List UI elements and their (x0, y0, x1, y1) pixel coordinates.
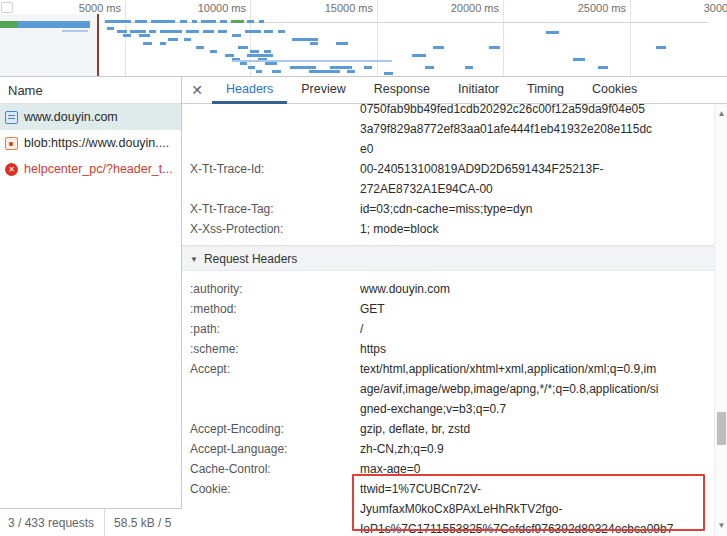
waterfall-mini-bar (210, 50, 217, 53)
waterfall-mini-bar (247, 20, 254, 23)
request-row[interactable]: ✕helpcenter_pc/?header_t... (0, 156, 181, 182)
waterfall-mini-bar (272, 70, 281, 73)
scroll-down-icon[interactable]: ▼ (715, 519, 727, 533)
tab-cookies[interactable]: Cookies (578, 77, 651, 104)
waterfall-mini-bar (160, 42, 166, 45)
name-column-header[interactable]: Name (0, 77, 181, 104)
waterfall-mini-bar (245, 30, 261, 33)
waterfall-mini-bar (465, 66, 473, 69)
request-headers-section-toggle[interactable]: ▼Request Headers (182, 245, 714, 271)
header-name: Accept-Language: (182, 439, 360, 459)
waterfall-mini-bar (347, 70, 355, 73)
waterfall-mini-bar (232, 60, 392, 62)
header-value-line: id=03;cdn-cache=miss;type=dyn (360, 199, 714, 219)
scrollbar-thumb[interactable] (717, 412, 726, 445)
waterfall-mini-bar (364, 66, 372, 69)
waterfall-mini-bar (489, 46, 500, 49)
waterfall-mini-bar (135, 20, 147, 23)
waterfall-mini-bar (231, 20, 244, 23)
request-name-label: helpcenter_pc/?header_t... (24, 162, 173, 176)
header-name: X-Xss-Protection: (182, 219, 360, 239)
close-icon[interactable]: ✕ (182, 82, 212, 98)
header-value-line: gned-exchange;v=b3;q=0.7 (360, 399, 714, 419)
waterfall-mini-bar (278, 30, 285, 33)
timeline-gridline (377, 0, 378, 76)
header-value-line: 1; mode=block (360, 219, 714, 239)
tab-timing[interactable]: Timing (513, 77, 578, 104)
collapse-caret-icon: ▼ (190, 255, 198, 264)
header-row: 0750fab9bb49fed1cdb20292c26c00f12a59da9f… (182, 104, 714, 159)
waterfall-mini-bar (310, 42, 318, 45)
tab-preview[interactable]: Preview (287, 77, 359, 104)
waterfall-mini-bar (186, 30, 199, 33)
header-value: text/html,application/xhtml+xml,applicat… (360, 359, 714, 419)
waterfall-mini-bar (259, 20, 264, 23)
header-row: :path:/ (182, 319, 714, 339)
header-name: :method: (182, 299, 360, 319)
request-list-sidebar: Name www.douyin.comblob:https://www.douy… (0, 77, 182, 536)
overview-selected-bar-blue (18, 21, 90, 28)
waterfall-mini-bar (232, 34, 241, 37)
request-row[interactable]: blob:https://www.douyin.... (0, 130, 181, 156)
request-name-label: blob:https://www.douyin.... (24, 136, 169, 150)
tab-response[interactable]: Response (360, 77, 444, 104)
waterfall-mini-bar (433, 46, 444, 49)
document-icon (5, 111, 18, 124)
waterfall-mini-bar (309, 70, 340, 73)
header-row: :authority:www.douyin.com (182, 279, 714, 299)
waterfall-mini-bar (425, 66, 434, 69)
vertical-scrollbar[interactable]: ▲ ▼ (714, 104, 727, 536)
header-value-line: 0750fab9bb49fed1cdb20292c26c00f12a59da9f… (360, 104, 714, 119)
request-rows: www.douyin.comblob:https://www.douyin...… (0, 104, 181, 182)
transferred-size: 58.5 kB / 5 (105, 516, 171, 530)
waterfall-mini-bar (160, 30, 182, 33)
section-title: Request Headers (204, 252, 297, 266)
requests-count: 3 / 433 requests (0, 516, 104, 530)
header-value-line: 272AE8732A1E94CA-00 (360, 179, 714, 199)
header-name: Accept-Encoding: (182, 419, 360, 439)
waterfall-mini-bar (201, 20, 216, 23)
timeline-gridline (630, 0, 631, 76)
timeline-gridline (125, 0, 126, 76)
waterfall-mini-bar (117, 30, 127, 33)
waterfall-mini-bar (130, 30, 146, 33)
devtools-network-panel: 5000 ms10000 ms15000 ms20000 ms25000 ms3… (0, 0, 727, 536)
header-name: X-Tt-Trace-Id: (182, 159, 360, 179)
timeline-tick-label: 20000 ms (411, 2, 499, 16)
timeline-tick-label: 30000 ms (664, 2, 727, 16)
waterfall-mini-bar (412, 54, 426, 57)
timeline-gridline (503, 0, 504, 76)
tab-initiator[interactable]: Initiator (444, 77, 513, 104)
tab-headers[interactable]: Headers (212, 77, 287, 104)
header-value: GET (360, 299, 714, 319)
waterfall-mini-bar (218, 30, 227, 33)
header-value: zh-CN,zh;q=0.9 (360, 439, 714, 459)
waterfall-mini-bar (384, 72, 393, 75)
timeline-gridline (250, 0, 251, 76)
headers-content: 0750fab9bb49fed1cdb20292c26c00f12a59da9f… (182, 104, 714, 536)
waterfall-mini-bar (123, 34, 131, 37)
waterfall-mini-bar (330, 66, 352, 69)
header-name: Accept: (182, 359, 360, 379)
header-row: :method:GET (182, 299, 714, 319)
waterfall-mini-bar (151, 20, 175, 23)
waterfall-mini-bar (546, 31, 559, 34)
waterfall-mini-bar (168, 38, 178, 41)
waterfall-mini-bar (139, 34, 150, 37)
waterfall-mini-bar (248, 66, 255, 69)
scroll-up-icon[interactable]: ▲ (715, 107, 727, 121)
waterfall-mini-bar (264, 30, 273, 33)
waterfall-mini-bar (240, 62, 247, 65)
header-value-line: gzip, deflate, br, zstd (360, 419, 714, 439)
waterfall-mini-bar (220, 20, 227, 23)
waterfall-mini-bar (238, 46, 248, 49)
error-icon: ✕ (5, 163, 18, 176)
waterfall-mini-bar (203, 30, 214, 33)
request-row[interactable]: www.douyin.com (0, 104, 181, 130)
header-row: Cache-Control:max-age=0 (182, 459, 714, 479)
details-tabbar: ✕ HeadersPreviewResponseInitiatorTimingC… (182, 77, 727, 104)
network-overview[interactable]: 5000 ms10000 ms15000 ms20000 ms25000 ms3… (0, 0, 727, 77)
waterfall-mini-bar (264, 50, 271, 53)
header-row: Accept:text/html,application/xhtml+xml,a… (182, 359, 714, 419)
waterfall-mini-bar (192, 20, 197, 23)
